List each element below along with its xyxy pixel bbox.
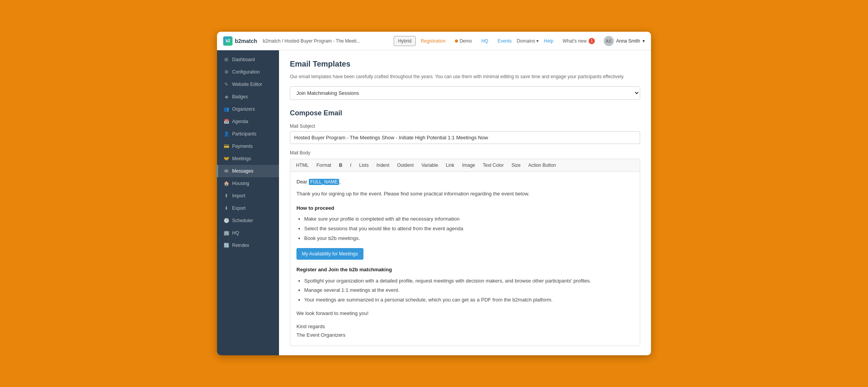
toolbar-lists[interactable]: Lists (356, 161, 372, 170)
toolbar-link[interactable]: Link (443, 161, 458, 170)
list-item-2: Select the sessions that you would like … (304, 225, 634, 233)
nav-tabs: Hybrid Registration Demo HQ Events Domai… (394, 36, 599, 46)
badges-icon: ◈ (224, 94, 229, 99)
sidebar-item-dashboard[interactable]: ⊞ Dashboard (217, 53, 279, 66)
sidebar-item-import[interactable]: ⬆ Import (217, 190, 279, 202)
dear-text: Dear (296, 179, 309, 185)
how-to-proceed-list: Make sure your profile is completed with… (296, 215, 634, 242)
meetings-icon: 🤝 (224, 156, 229, 161)
sidebar-label-badges: Badges (232, 94, 248, 99)
tab-demo[interactable]: Demo (451, 36, 476, 46)
toolbar-size[interactable]: Size (508, 161, 524, 170)
user-chevron-icon: ▾ (642, 38, 645, 44)
scheduler-icon: 🕐 (224, 218, 229, 223)
sidebar-label-messages: Messages (232, 168, 253, 174)
sidebar-label-payments: Payments (232, 144, 253, 149)
sidebar-label-website-editor: Website Editor (232, 82, 262, 87)
sidebar-item-payments[interactable]: 💳 Payments (217, 140, 279, 152)
sidebar-item-website-editor[interactable]: ✎ Website Editor (217, 78, 279, 91)
toolbar-variable[interactable]: Variable (418, 161, 441, 170)
website-editor-icon: ✎ (224, 82, 229, 87)
list-item-3: Book your b2b meetings. (304, 235, 634, 243)
payments-icon: 💳 (224, 144, 229, 149)
kind-regards: Kind regards The Event Organizers (296, 322, 634, 339)
register-list: Spotlight your organization with a detai… (296, 277, 634, 304)
register-item-3: Your meetings are summarized in a person… (304, 296, 634, 304)
sidebar-item-agenda[interactable]: 📅 Agenda (217, 115, 279, 128)
tab-events[interactable]: Events (493, 36, 516, 46)
email-editor-body[interactable]: Dear FULL_NAME, Thank you for signing up… (290, 171, 640, 346)
sidebar-item-export[interactable]: ⬇ Export (217, 202, 279, 214)
demo-dot (455, 39, 458, 43)
forward-text: We look forward to meeting you! (296, 310, 634, 318)
sidebar-item-housing[interactable]: 🏠 Housing (217, 177, 279, 190)
kind-regards-line: Kind regards (296, 322, 634, 331)
avatar: AS (604, 36, 614, 46)
register-heading: Register and Join the b2b matchmaking (296, 266, 634, 274)
export-icon: ⬇ (224, 205, 229, 211)
sidebar-item-hq[interactable]: 🏢 HQ (217, 227, 279, 239)
template-select[interactable]: Join Matchmaking Sessions Registration C… (290, 86, 640, 100)
sidebar-label-dashboard: Dashboard (232, 57, 255, 62)
sidebar-item-scheduler[interactable]: 🕐 Scheduler (217, 214, 279, 227)
tab-domains[interactable]: Domains ▾ (517, 38, 539, 44)
import-icon: ⬆ (224, 193, 229, 199)
mail-subject-input[interactable] (290, 131, 640, 144)
availability-button[interactable]: My Availability for Meetings (296, 248, 363, 260)
hq-icon: 🏢 (224, 230, 229, 236)
tab-hybrid[interactable]: Hybrid (394, 36, 416, 46)
sidebar-label-reindex: Reindex (232, 243, 249, 248)
toolbar-format[interactable]: Format (313, 161, 335, 170)
page-title: Email Templates (290, 60, 640, 68)
dear-comma: , (339, 179, 341, 185)
compose-section-title: Compose Email (290, 109, 640, 117)
sidebar-item-badges[interactable]: ◈ Badges (217, 91, 279, 103)
sidebar-item-reindex[interactable]: 🔄 Reindex (217, 239, 279, 252)
sidebar-label-scheduler: Scheduler (232, 218, 253, 223)
toolbar-text-color[interactable]: Text Color (479, 161, 507, 170)
sidebar-item-organizers[interactable]: 👥 Organizers (217, 103, 279, 115)
breadcrumb: b2match / Hosted Buyer Program - The Mee… (263, 38, 389, 44)
toolbar-action-button[interactable]: Action Button (525, 161, 559, 170)
toolbar-indent[interactable]: Indent (373, 161, 393, 170)
tab-registration[interactable]: Registration (417, 36, 450, 46)
sidebar: ⊞ Dashboard ⚙ Configuration ✎ Website Ed… (217, 50, 279, 355)
register-item-1: Spotlight your organization with a detai… (304, 277, 634, 285)
toolbar-html[interactable]: HTML (293, 161, 312, 170)
toolbar-image[interactable]: Image (459, 161, 479, 170)
toolbar-outdent[interactable]: Outdent (394, 161, 417, 170)
sidebar-item-messages[interactable]: ✉ Messages (217, 165, 279, 177)
sidebar-label-organizers: Organizers (232, 106, 255, 112)
sidebar-label-agenda: Agenda (232, 119, 248, 124)
sidebar-label-import: Import (232, 193, 245, 199)
organizers-icon: 👥 (224, 106, 229, 112)
dear-line: Dear FULL_NAME, (296, 178, 634, 186)
user-name: Anna Smith (616, 38, 640, 44)
sidebar-label-hq: HQ (232, 230, 239, 236)
tab-help[interactable]: Help (539, 36, 558, 46)
sidebar-label-export: Export (232, 205, 246, 211)
logo[interactable]: b2 b2match (223, 36, 258, 46)
user-menu[interactable]: AS Anna Smith ▾ (604, 36, 645, 46)
messages-icon: ✉ (224, 168, 229, 174)
toolbar-bold[interactable]: B (336, 161, 346, 170)
sidebar-item-participants[interactable]: 👤 Participants (217, 128, 279, 140)
sidebar-item-meetings[interactable]: 🤝 Meetings (217, 152, 279, 165)
toolbar-italic[interactable]: I (346, 161, 355, 170)
tab-whats-new[interactable]: What's new 1 (558, 36, 599, 46)
agenda-icon: 📅 (224, 119, 229, 124)
whats-new-badge: 1 (589, 38, 595, 44)
how-to-proceed-heading: How to proceed (296, 204, 634, 212)
sidebar-label-participants: Participants (232, 131, 257, 137)
sidebar-label-meetings: Meetings (232, 156, 251, 161)
page-description: Our email templates have been carefully … (290, 73, 640, 80)
housing-icon: 🏠 (224, 181, 229, 186)
mail-body-label: Mail Body (290, 150, 640, 156)
tab-hq[interactable]: HQ (477, 36, 493, 46)
mail-subject-label: Mail Subject (290, 123, 640, 129)
sidebar-item-configuration[interactable]: ⚙ Configuration (217, 66, 279, 78)
reindex-icon: 🔄 (224, 243, 229, 248)
configuration-icon: ⚙ (224, 69, 229, 75)
register-item-2: Manage several 1:1 meetings at the event… (304, 286, 634, 295)
logo-text: b2match (235, 38, 257, 44)
